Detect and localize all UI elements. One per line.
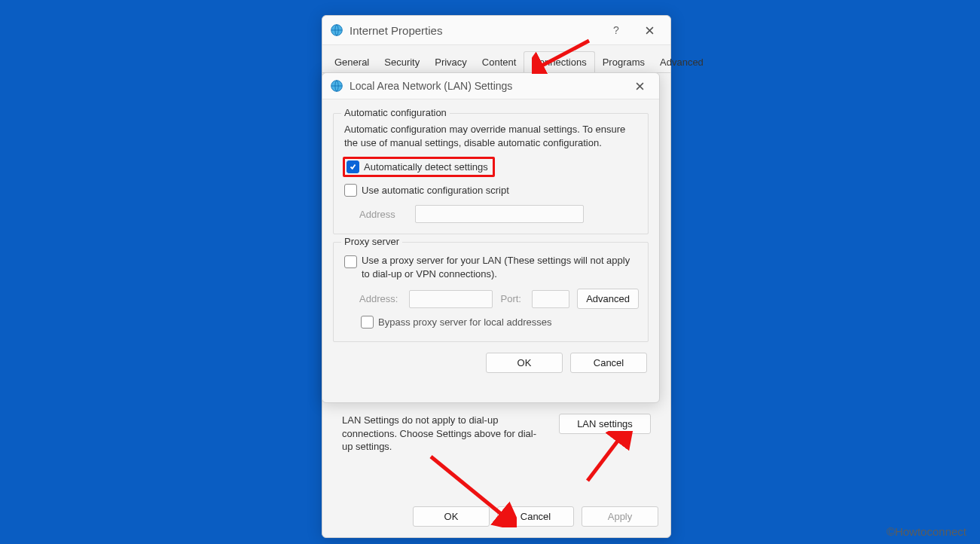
globe-icon bbox=[330, 79, 343, 93]
proxy-port-label: Port: bbox=[500, 293, 524, 304]
lan-cancel-button[interactable]: Cancel bbox=[570, 353, 647, 373]
auto-detect-label: Automatically detect settings bbox=[364, 161, 488, 173]
legend-proxy: Proxy server bbox=[341, 236, 402, 247]
use-proxy-label: Use a proxy server for your LAN (These s… bbox=[362, 254, 637, 280]
ok-button[interactable]: OK bbox=[413, 506, 490, 527]
lan-settings-dialog: Local Area Network (LAN) Settings Automa… bbox=[322, 72, 660, 403]
close-button[interactable] bbox=[633, 18, 666, 42]
script-address-input[interactable] bbox=[415, 205, 584, 223]
script-address-label: Address bbox=[359, 209, 408, 220]
apply-button[interactable]: Apply bbox=[582, 506, 658, 527]
lan-dialog-title: Local Area Network (LAN) Settings bbox=[350, 80, 624, 92]
tab-privacy[interactable]: Privacy bbox=[427, 52, 475, 72]
tab-advanced[interactable]: Advanced bbox=[652, 52, 711, 72]
cancel-button[interactable]: Cancel bbox=[497, 506, 574, 527]
tab-general[interactable]: General bbox=[327, 52, 377, 72]
titlebar: Internet Properties ? bbox=[322, 16, 670, 45]
tab-connections[interactable]: Connections bbox=[524, 51, 594, 73]
tab-programs[interactable]: Programs bbox=[595, 52, 652, 72]
dialog-footer: OK Cancel Apply bbox=[413, 506, 658, 527]
tab-content[interactable]: Content bbox=[475, 52, 524, 72]
globe-icon bbox=[330, 23, 343, 37]
proxy-port-input[interactable] bbox=[532, 290, 569, 308]
bypass-local-label: Bypass proxy server for local addresses bbox=[378, 316, 551, 328]
legend-auto: Automatic configuration bbox=[341, 107, 450, 118]
close-icon bbox=[646, 26, 654, 35]
help-button[interactable]: ? bbox=[600, 18, 633, 42]
proxy-address-input[interactable] bbox=[409, 290, 493, 308]
use-script-checkbox[interactable] bbox=[344, 184, 357, 197]
window-title: Internet Properties bbox=[350, 24, 600, 37]
tab-security[interactable]: Security bbox=[377, 52, 427, 72]
proxy-address-label: Address: bbox=[359, 293, 401, 304]
auto-detect-checkbox[interactable] bbox=[347, 160, 359, 173]
bypass-local-checkbox[interactable] bbox=[361, 316, 374, 329]
tab-strip: General Security Privacy Content Connect… bbox=[322, 50, 670, 73]
lan-ok-button[interactable]: OK bbox=[486, 353, 563, 373]
watermark: ©Howtoconnect bbox=[887, 525, 966, 538]
lan-note-text: LAN Settings do not apply to dial-up con… bbox=[342, 414, 559, 454]
use-script-label: Use automatic configuration script bbox=[362, 185, 509, 196]
lan-settings-button[interactable]: LAN settings bbox=[559, 414, 651, 434]
use-proxy-checkbox[interactable] bbox=[344, 255, 357, 268]
lan-close-button[interactable] bbox=[624, 74, 655, 98]
close-icon bbox=[636, 82, 644, 90]
group-automatic-configuration: Automatic configuration Automatic config… bbox=[333, 113, 649, 234]
highlight-box: Automatically detect settings bbox=[343, 157, 495, 177]
proxy-advanced-button[interactable]: Advanced bbox=[577, 289, 639, 309]
auto-desc: Automatic configuration may override man… bbox=[344, 123, 637, 149]
lan-dialog-footer: OK Cancel bbox=[322, 348, 659, 384]
group-proxy-server: Proxy server Use a proxy server for your… bbox=[333, 242, 649, 342]
